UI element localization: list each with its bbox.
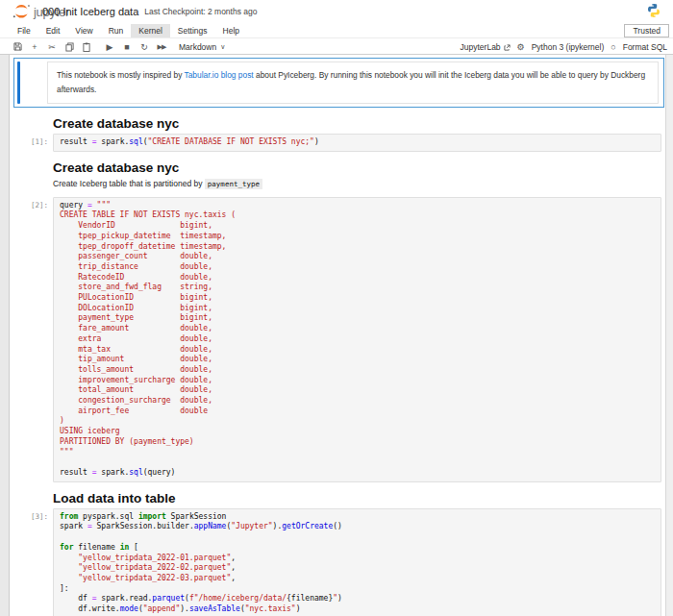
execution-count: [3]: bbox=[10, 512, 48, 521]
notebook-panel: This notebook is mostly inspired by Tabu… bbox=[10, 55, 665, 616]
markdown-cell-selected[interactable]: This notebook is mostly inspired by Tabu… bbox=[13, 58, 664, 108]
code-cell[interactable]: [2]:query = """ CREATE TABLE IF NOT EXIS… bbox=[53, 197, 661, 482]
execution-count: [1]: bbox=[10, 137, 48, 146]
gear-icon[interactable]: ⚙ bbox=[517, 42, 525, 52]
menu-settings[interactable]: Settings bbox=[170, 24, 215, 37]
code-cell[interactable]: [3]:from pyspark.sql import SparkSession… bbox=[53, 508, 661, 616]
menu-edit[interactable]: Edit bbox=[38, 24, 68, 37]
markdown-paragraph[interactable]: Create Iceberg table that is partitioned… bbox=[53, 178, 661, 190]
menu-help[interactable]: Help bbox=[215, 24, 247, 37]
trusted-badge[interactable]: Trusted bbox=[624, 24, 669, 37]
markdown-heading[interactable]: Create database nyc bbox=[53, 160, 661, 176]
text-run: This notebook is mostly inspired by bbox=[57, 70, 185, 80]
left-gutter bbox=[0, 55, 10, 616]
external-link-icon bbox=[504, 44, 511, 51]
code-editor[interactable]: from pyspark.sql import SparkSession spa… bbox=[53, 508, 661, 616]
run-icon[interactable]: ▶ bbox=[102, 40, 117, 54]
menu-bar: File Edit View Run Kernel Settings Help … bbox=[0, 23, 673, 38]
code-cell[interactable]: [1]:result = spark.sql("CREATE DATABASE … bbox=[53, 134, 661, 152]
code-content: query = """ CREATE TABLE IF NOT EXISTS n… bbox=[60, 201, 655, 479]
restart-icon[interactable]: ↻ bbox=[137, 40, 152, 54]
markdown-rendered[interactable]: This notebook is mostly inspired by Tabu… bbox=[47, 62, 659, 104]
markdown-heading[interactable]: Load data into table bbox=[53, 490, 661, 506]
open-in-jupyterlab-link[interactable]: JupyterLab bbox=[461, 42, 511, 52]
kernel-status-icon: ○ bbox=[611, 42, 615, 52]
notebook-title[interactable]: 000 Init Iceberg data bbox=[42, 6, 138, 17]
scrollbar[interactable] bbox=[665, 55, 673, 616]
text-run: Create Iceberg table that is partitioned… bbox=[53, 179, 205, 188]
python-logo-icon bbox=[646, 3, 661, 18]
title-bar: jupyter 000 Init Iceberg data Last Check… bbox=[0, 0, 673, 23]
cell-type-dropdown[interactable]: Markdown ∨ bbox=[179, 42, 225, 52]
code-editor[interactable]: query = """ CREATE TABLE IF NOT EXISTS n… bbox=[53, 197, 661, 482]
selected-cell-indicator bbox=[17, 62, 20, 104]
menu-run[interactable]: Run bbox=[101, 24, 132, 37]
code-editor[interactable]: result = spark.sql("CREATE DATABASE IF N… bbox=[53, 134, 661, 152]
notebook-toolbar: + ✂ ▶ ■ ↻ ▶▶ Markdown ∨ JupyterLab ⚙ Pyt… bbox=[0, 39, 673, 55]
code-content: result = spark.sql("CREATE DATABASE IF N… bbox=[60, 137, 655, 148]
format-sql-button[interactable]: Format SQL bbox=[623, 42, 667, 52]
execution-count: [2]: bbox=[10, 201, 48, 209]
menu-view[interactable]: View bbox=[67, 24, 100, 37]
jupyterlab-label: JupyterLab bbox=[461, 42, 501, 52]
code-content: from pyspark.sql import SparkSession spa… bbox=[60, 512, 655, 615]
paste-icon[interactable] bbox=[79, 40, 94, 54]
last-checkpoint: Last Checkpoint: 2 months ago bbox=[144, 7, 257, 16]
stop-icon[interactable]: ■ bbox=[119, 40, 135, 54]
menu-kernel[interactable]: Kernel bbox=[131, 24, 170, 37]
inline-code: payment_type bbox=[205, 179, 262, 189]
save-icon[interactable] bbox=[10, 40, 25, 54]
markdown-link[interactable]: Tabular.io blog post bbox=[185, 70, 254, 80]
menu-file[interactable]: File bbox=[10, 24, 38, 37]
jupyter-logo-icon bbox=[12, 4, 31, 19]
cell-type-value: Markdown bbox=[179, 42, 216, 52]
add-cell-icon[interactable]: + bbox=[27, 40, 42, 54]
copy-icon[interactable] bbox=[62, 40, 77, 54]
chevron-down-icon: ∨ bbox=[220, 43, 225, 51]
cut-icon[interactable]: ✂ bbox=[44, 40, 60, 54]
fast-forward-icon[interactable]: ▶▶ bbox=[154, 40, 169, 54]
markdown-heading[interactable]: Create database nyc bbox=[53, 115, 661, 132]
kernel-name[interactable]: Python 3 (ipykernel) bbox=[532, 42, 605, 52]
